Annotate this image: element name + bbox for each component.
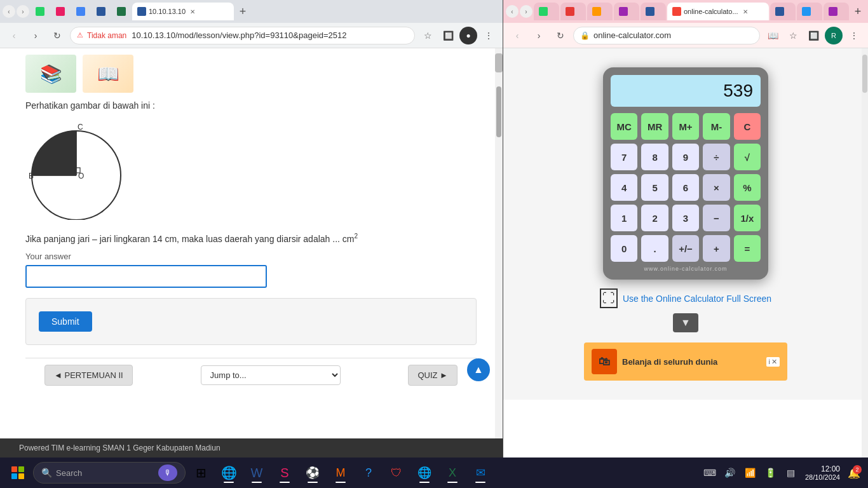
- right-tab-close[interactable]: ✕: [741, 7, 750, 16]
- taskbar-app-moodle[interactable]: M: [328, 460, 353, 485]
- prev-lesson-btn[interactable]: ◄ PERTEMUAN II: [44, 365, 133, 386]
- taskbar-app-chrome[interactable]: ⚽: [300, 460, 325, 485]
- address-input-container[interactable]: ⚠ Tidak aman 10.10.13.10/mod/lesson/view…: [70, 27, 415, 44]
- scroll-up-btn[interactable]: ▲: [467, 358, 490, 381]
- right-tab-2[interactable]: [560, 3, 586, 20]
- right-tab-7[interactable]: [797, 3, 822, 20]
- calc-7[interactable]: 7: [611, 144, 637, 170]
- taskbar-app-excel[interactable]: S: [272, 460, 297, 485]
- rt2-icon: [566, 7, 574, 16]
- calc-equals[interactable]: =: [734, 235, 761, 262]
- calc-5[interactable]: 5: [641, 174, 668, 201]
- forward-btn-chrome[interactable]: ›: [17, 5, 29, 18]
- tab-chrome[interactable]: [71, 3, 90, 20]
- network-icon[interactable]: 📶: [742, 464, 759, 482]
- taskbar-app-files[interactable]: ⊞: [188, 460, 214, 485]
- right-forward-nav[interactable]: ›: [530, 27, 548, 44]
- tab-ms2[interactable]: [112, 3, 131, 20]
- calc-inverse[interactable]: 1/x: [734, 205, 761, 231]
- calc-percent[interactable]: %: [734, 174, 761, 201]
- refresh-btn[interactable]: ↻: [48, 27, 66, 44]
- fullscreen-link[interactable]: ⛶ Use the Online Calculator Full Screen: [600, 288, 771, 308]
- tab-whatsapp[interactable]: [31, 3, 50, 20]
- tab-close-btn[interactable]: ✕: [188, 7, 197, 16]
- right-tab-6[interactable]: [770, 3, 796, 20]
- right-profile-avatar[interactable]: R: [825, 27, 843, 44]
- right-extension[interactable]: 🔲: [804, 27, 822, 44]
- calc-clear[interactable]: C: [734, 113, 761, 140]
- calc-mplus[interactable]: M+: [672, 113, 699, 140]
- notification-btn[interactable]: 🔔 2: [845, 464, 863, 482]
- right-tab-active[interactable]: online-calculato... ✕: [667, 3, 769, 20]
- right-scrollbar[interactable]: [862, 48, 868, 458]
- tray-icon-2[interactable]: 🔊: [721, 464, 739, 482]
- tab-active[interactable]: 10.10.13.10 ✕: [132, 3, 234, 20]
- calc-1[interactable]: 1: [611, 205, 637, 231]
- calc-dot[interactable]: .: [641, 235, 668, 262]
- start-button[interactable]: [5, 460, 31, 485]
- calc-4[interactable]: 4: [611, 174, 637, 201]
- calc-negate[interactable]: +/−: [672, 235, 699, 262]
- right-tab-5[interactable]: [641, 3, 666, 20]
- taskbar-search[interactable]: 🔍 Search 🎙: [33, 462, 186, 484]
- right-tab-8[interactable]: [824, 3, 849, 20]
- extension-btn[interactable]: 🔲: [439, 27, 457, 44]
- back-nav-btn[interactable]: ‹: [5, 27, 23, 44]
- right-forward-btn[interactable]: ›: [520, 5, 532, 18]
- taskbar-app-antivirus[interactable]: 🛡: [384, 460, 409, 485]
- calc-2[interactable]: 2: [641, 205, 668, 231]
- jump-select[interactable]: Jump to...: [201, 365, 341, 385]
- tray-icon-1[interactable]: ⌨: [701, 464, 719, 482]
- right-back-nav[interactable]: ‹: [508, 27, 526, 44]
- back-btn-chrome[interactable]: ‹: [3, 5, 15, 18]
- right-back-btn[interactable]: ‹: [506, 5, 519, 18]
- answer-label: Your answer: [25, 252, 477, 261]
- right-tab-3[interactable]: [587, 3, 613, 20]
- address-actions: ☆ 🔲 ● ⋮: [419, 27, 498, 44]
- taskbar-app-outlook[interactable]: ✉: [468, 460, 493, 485]
- right-tab-4[interactable]: [614, 3, 639, 20]
- submit-button[interactable]: Submit: [39, 311, 92, 332]
- tab-q[interactable]: [51, 3, 70, 20]
- calc-divide[interactable]: ÷: [703, 144, 729, 170]
- tab-word[interactable]: [92, 3, 111, 20]
- calc-8[interactable]: 8: [641, 144, 668, 170]
- left-scrollbar[interactable]: [495, 48, 503, 438]
- calc-6[interactable]: 6: [672, 174, 699, 201]
- taskbar-app-chrome2[interactable]: 🌐: [412, 460, 437, 485]
- calc-mr[interactable]: MR: [641, 113, 668, 140]
- taskbar-app-ms[interactable]: 🌐: [216, 460, 241, 485]
- system-clock[interactable]: 12:00 28/10/2024: [803, 464, 843, 481]
- answer-input[interactable]: [25, 265, 267, 288]
- forward-nav-btn[interactable]: ›: [27, 27, 44, 44]
- taskbar-app-excel2[interactable]: X: [440, 460, 465, 485]
- right-menu-btn[interactable]: ⋮: [845, 27, 863, 44]
- bookmark-btn[interactable]: ☆: [419, 27, 437, 44]
- right-refresh[interactable]: ↻: [552, 27, 569, 44]
- calc-minus[interactable]: −: [703, 205, 729, 231]
- show-desktop-btn[interactable]: ▤: [782, 464, 800, 482]
- right-new-tab-btn[interactable]: +: [850, 4, 865, 19]
- taskbar-app-help[interactable]: ?: [356, 460, 381, 485]
- right-tab-1[interactable]: [534, 3, 559, 20]
- next-lesson-btn[interactable]: QUIZ ►: [408, 365, 458, 386]
- calc-9[interactable]: 9: [672, 144, 699, 170]
- taskbar-app-word[interactable]: W: [244, 460, 269, 485]
- calc-mc[interactable]: MC: [611, 113, 637, 140]
- right-address-bar: ‹ › ↻ 🔒 online-calculator.com 📖 ☆ 🔲 R ⋮: [503, 23, 868, 48]
- battery-icon[interactable]: 🔋: [762, 464, 780, 482]
- calc-plus[interactable]: +: [703, 235, 729, 262]
- calc-sqrt[interactable]: √: [734, 144, 761, 170]
- right-read-mode[interactable]: 📖: [764, 27, 782, 44]
- menu-btn[interactable]: ⋮: [480, 27, 498, 44]
- profile-avatar[interactable]: ●: [459, 27, 477, 44]
- new-tab-btn[interactable]: +: [235, 4, 250, 19]
- scroll-down-btn[interactable]: ▼: [673, 313, 698, 332]
- calc-multiply[interactable]: ×: [703, 174, 729, 201]
- calc-mminus[interactable]: M-: [703, 113, 729, 140]
- ad-close-btn[interactable]: i ✕: [766, 357, 780, 367]
- right-address-container[interactable]: 🔒 online-calculator.com: [573, 27, 760, 44]
- calc-3[interactable]: 3: [672, 205, 699, 231]
- calc-0[interactable]: 0: [611, 235, 637, 262]
- right-bookmark[interactable]: ☆: [784, 27, 802, 44]
